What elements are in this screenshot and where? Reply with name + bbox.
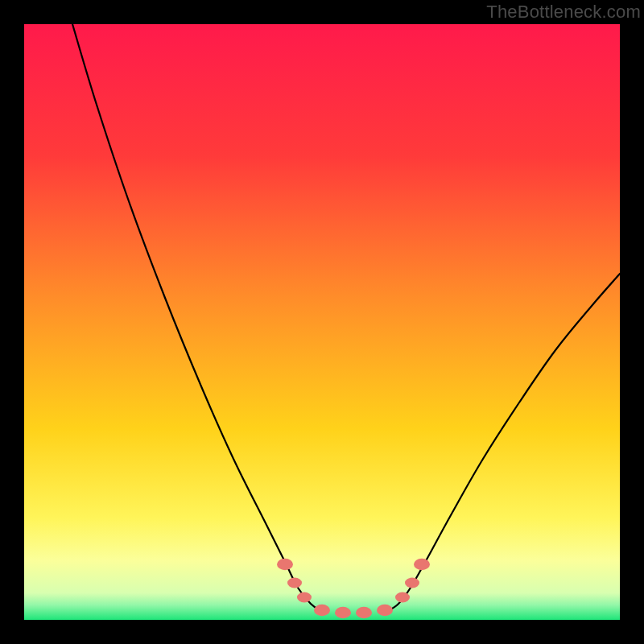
plot-area <box>24 24 620 620</box>
background-gradient <box>24 24 620 620</box>
watermark-text: TheBottleneck.com <box>486 2 641 23</box>
svg-rect-0 <box>24 24 620 620</box>
